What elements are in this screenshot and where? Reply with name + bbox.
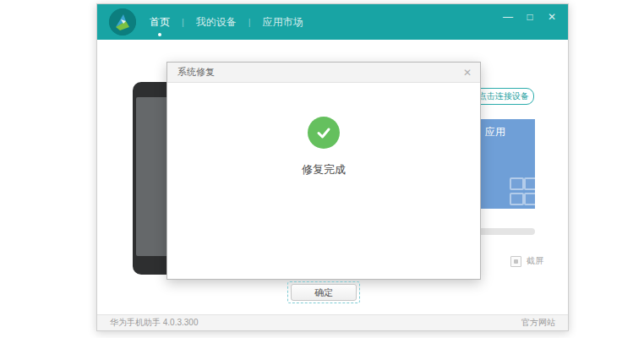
maximize-icon[interactable]: □ (524, 11, 536, 23)
nav-tab-app-market[interactable]: 应用市场 (258, 4, 308, 40)
app-grid-icon (510, 177, 535, 205)
ok-button[interactable]: 确定 (291, 284, 357, 301)
nav-tab-my-devices[interactable]: 我的设备 (191, 4, 242, 40)
window-controls: — □ ✕ (502, 11, 558, 23)
apps-panel[interactable]: 应用 (478, 119, 535, 209)
nav-separator: | (175, 17, 191, 27)
close-icon[interactable]: ✕ (546, 11, 558, 23)
ok-button-focus-ring: 确定 (287, 281, 360, 303)
repair-status-text: 修复完成 (167, 162, 480, 177)
connect-device-button[interactable]: 点击连接设备 (473, 88, 534, 105)
camera-icon (514, 259, 518, 264)
success-check-icon (308, 117, 340, 149)
nav-tab-home[interactable]: 首页 (145, 4, 175, 40)
footer-link[interactable]: 官方网站 (521, 317, 555, 329)
dialog-close-icon[interactable]: ✕ (463, 67, 472, 79)
app-version-text: 华为手机助手 4.0.3.300 (110, 317, 198, 329)
nav-separator: | (242, 17, 258, 27)
minimize-icon[interactable]: — (502, 11, 514, 23)
app-logo-icon (109, 8, 136, 35)
dialog-title-bar: 系统修复 ✕ (167, 63, 480, 83)
hisuite-window: 首页 | 我的设备 | 应用市场 — □ ✕ 点击连接设备 应用 截屏 (96, 3, 569, 331)
screenshot-checkbox[interactable] (510, 256, 521, 267)
title-bar: 首页 | 我的设备 | 应用市场 — □ ✕ (97, 4, 568, 40)
apps-panel-label: 应用 (485, 125, 505, 139)
system-repair-dialog: 系统修复 ✕ 修复完成 确定 (166, 62, 481, 280)
status-bar: 华为手机助手 4.0.3.300 官方网站 (97, 314, 568, 330)
main-nav: 首页 | 我的设备 | 应用市场 (145, 4, 308, 40)
dialog-body: 修复完成 确定 (167, 117, 480, 313)
screenshot-option: 截屏 (510, 255, 543, 267)
screenshot-label: 截屏 (527, 255, 543, 267)
dialog-title: 系统修复 (177, 66, 215, 79)
